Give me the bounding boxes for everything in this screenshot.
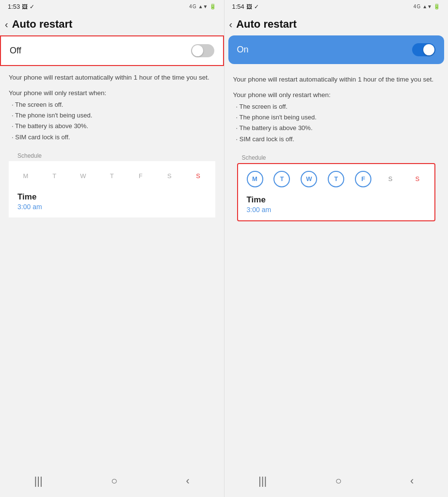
right-condition4: · SIM card lock is off. <box>233 134 440 145</box>
left-description-area: Your phone will restart automatically wi… <box>0 66 224 220</box>
right-header: ‹ Auto restart <box>224 13 448 35</box>
right-recent-button[interactable]: ||| <box>258 475 267 487</box>
right-home-button[interactable]: ○ <box>336 475 342 487</box>
left-day-f[interactable]: F <box>132 168 149 184</box>
right-status-photo-icon: 🖼 <box>246 3 252 10</box>
left-status-check-icon: ✓ <box>30 3 34 10</box>
left-day-s2[interactable]: S <box>190 168 207 184</box>
left-day-t1[interactable]: T <box>46 168 63 184</box>
left-time-section: Time 3:00 am <box>17 192 207 211</box>
left-schedule-label: Schedule <box>9 149 215 161</box>
left-desc-text1: Your phone will restart automatically wi… <box>9 73 215 83</box>
left-status-photo-icon: 🖼 <box>22 3 28 10</box>
left-day-m[interactable]: M <box>17 168 34 184</box>
left-day-s1[interactable]: S <box>161 168 177 184</box>
left-header: ‹ Auto restart <box>0 13 224 35</box>
right-schedule-label: Schedule <box>233 151 440 163</box>
right-day-m[interactable]: M <box>247 171 263 187</box>
right-page-title: Auto restart <box>236 18 297 31</box>
right-time-section: Time 3:00 am <box>247 195 426 214</box>
right-condition1: · The screen is off. <box>233 101 440 112</box>
right-status-check-icon: ✓ <box>254 3 259 10</box>
left-time: 1:53 🖼 ✓ <box>8 3 34 10</box>
left-condition4: · SIM card lock is off. <box>9 132 215 143</box>
right-time-label: Time <box>247 195 426 205</box>
left-condition3: · The battery is above 30%. <box>9 121 215 132</box>
left-time-value[interactable]: 3:00 am <box>17 203 207 211</box>
left-bottom-nav: ||| ○ ‹ <box>0 468 224 497</box>
left-days-row: M T W T F S S <box>17 168 207 184</box>
left-page-title: Auto restart <box>12 18 73 31</box>
left-toggle-switch[interactable] <box>191 44 214 57</box>
right-status-icons: 4G ▲▼ 🔋 <box>414 3 440 10</box>
left-toggle-label: Off <box>10 46 21 56</box>
right-day-t2[interactable]: T <box>328 171 344 187</box>
right-description-area: Your phone will restart automatically wi… <box>224 68 448 224</box>
right-toggle-label: On <box>237 45 249 55</box>
left-back-button[interactable]: ‹ <box>5 19 8 30</box>
right-desc-text1: Your phone will restart automatically wi… <box>233 75 440 84</box>
left-home-button[interactable]: ○ <box>111 475 117 487</box>
left-conditions-title: Your phone will only restart when: <box>9 89 215 97</box>
left-day-t2[interactable]: T <box>104 168 120 184</box>
right-content: On Your phone will restart automatically… <box>224 35 448 468</box>
right-toggle-switch[interactable] <box>412 43 435 56</box>
right-conditions-title: Your phone will only restart when: <box>233 91 440 99</box>
right-time: 1:54 🖼 ✓ <box>232 3 259 10</box>
left-time-label: Time <box>17 192 207 202</box>
right-back-nav-button[interactable]: ‹ <box>410 475 414 487</box>
right-day-s1[interactable]: S <box>382 171 399 187</box>
right-bottom-nav: ||| ○ ‹ <box>224 468 448 497</box>
left-back-nav-button[interactable]: ‹ <box>186 475 190 487</box>
left-condition1: · The screen is off. <box>9 99 215 110</box>
right-time-value[interactable]: 3:00 am <box>247 206 426 214</box>
right-day-w[interactable]: W <box>301 171 317 187</box>
left-day-w[interactable]: W <box>75 168 92 184</box>
left-condition2: · The phone isn't being used. <box>9 110 215 121</box>
left-status-bar: 1:53 🖼 ✓ 4G ▲▼ 🔋 <box>0 0 224 13</box>
right-status-bar: 1:54 🖼 ✓ 4G ▲▼ 🔋 <box>224 0 448 13</box>
right-condition3: · The battery is above 30%. <box>233 123 440 133</box>
right-day-t1[interactable]: T <box>273 171 290 187</box>
left-recent-button[interactable]: ||| <box>34 475 43 487</box>
left-phone-panel: 1:53 🖼 ✓ 4G ▲▼ 🔋 ‹ Auto restart Off Your… <box>0 0 224 497</box>
right-days-row: M T W T F S S <box>247 171 426 187</box>
right-toggle-row[interactable]: On <box>228 35 445 64</box>
right-back-button[interactable]: ‹ <box>229 19 233 30</box>
right-day-f[interactable]: F <box>355 171 371 187</box>
left-toggle-row[interactable]: Off <box>0 35 224 66</box>
right-condition2: · The phone isn't being used. <box>233 112 440 123</box>
left-schedule-content: M T W T F S S Time 3:00 am <box>9 161 215 217</box>
left-schedule-section: Schedule M T W T F S S Time 3:00 am <box>9 149 215 217</box>
right-schedule-section: Schedule M T W T F S S Time 3:00 am <box>233 151 440 221</box>
left-status-icons: 4G ▲▼ 🔋 <box>189 3 216 10</box>
right-phone-panel: 1:54 🖼 ✓ 4G ▲▼ 🔋 ‹ Auto restart On Your … <box>224 0 448 497</box>
right-day-s2[interactable]: S <box>409 171 426 187</box>
left-content: Off Your phone will restart automaticall… <box>0 35 224 468</box>
right-schedule-content: M T W T F S S Time 3:00 am <box>237 163 436 221</box>
